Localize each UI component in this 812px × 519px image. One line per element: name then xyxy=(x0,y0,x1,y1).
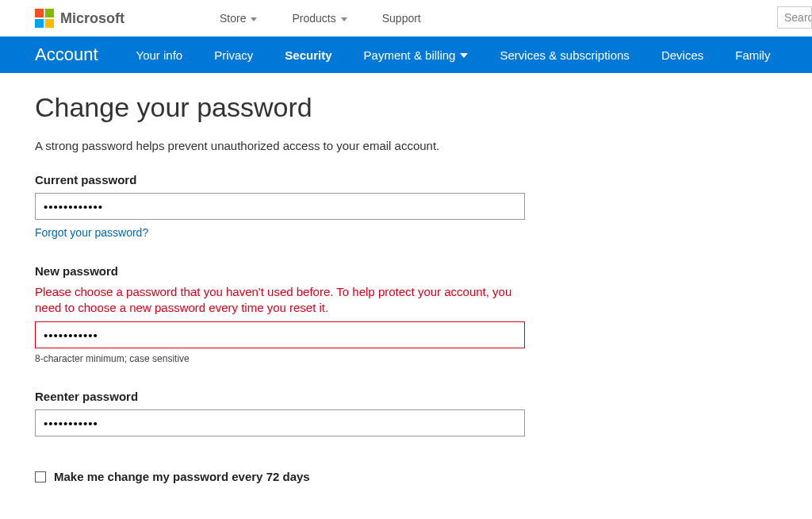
top-nav-products[interactable]: Products xyxy=(292,12,347,25)
microsoft-logo-text: Microsoft xyxy=(60,10,124,27)
nav-family[interactable]: Family xyxy=(735,48,770,62)
top-nav-store[interactable]: Store xyxy=(220,12,257,25)
new-password-group: New password Please choose a password th… xyxy=(35,264,568,364)
account-brand[interactable]: Account xyxy=(35,44,98,65)
main-content: Change your password A strong password h… xyxy=(0,73,603,519)
reenter-password-group: Reenter password xyxy=(35,390,568,436)
top-header: Microsoft Store Products Support Search xyxy=(0,0,812,37)
search-input[interactable]: Search xyxy=(777,6,812,29)
current-password-input[interactable] xyxy=(35,193,525,220)
svg-rect-0 xyxy=(35,9,44,17)
forgot-password-link[interactable]: Forgot your password? xyxy=(35,226,148,239)
current-password-group: Current password Forgot your password? xyxy=(35,173,568,239)
svg-rect-1 xyxy=(45,9,54,17)
new-password-error: Please choose a password that you haven'… xyxy=(35,284,525,315)
account-nav-bar: Account Your info Privacy Security Payme… xyxy=(0,37,812,73)
page-subtitle: A strong password helps prevent unauthor… xyxy=(35,139,568,152)
top-nav-support[interactable]: Support xyxy=(382,12,421,25)
nav-privacy[interactable]: Privacy xyxy=(214,48,253,62)
reenter-password-input[interactable] xyxy=(35,409,525,436)
change-every-72-label: Make me change my password every 72 days xyxy=(54,470,310,483)
nav-devices[interactable]: Devices xyxy=(661,48,703,62)
svg-rect-2 xyxy=(35,19,44,28)
svg-rect-3 xyxy=(45,19,54,28)
change-every-72-checkbox[interactable] xyxy=(35,471,46,482)
microsoft-logo-icon xyxy=(35,9,54,28)
top-nav: Store Products Support xyxy=(220,12,421,25)
change-every-72-checkbox-row: Make me change my password every 72 days xyxy=(35,470,568,483)
reenter-password-label: Reenter password xyxy=(35,390,568,403)
chevron-down-icon xyxy=(251,17,257,21)
microsoft-logo[interactable]: Microsoft xyxy=(35,9,124,28)
chevron-down-icon xyxy=(460,53,468,58)
new-password-input[interactable] xyxy=(35,321,525,348)
chevron-down-icon xyxy=(341,17,347,21)
nav-services-subscriptions[interactable]: Services & subscriptions xyxy=(500,48,629,62)
new-password-label: New password xyxy=(35,264,568,278)
page-title: Change your password xyxy=(35,92,568,123)
nav-payment-billing[interactable]: Payment & billing xyxy=(364,48,469,62)
nav-your-info[interactable]: Your info xyxy=(136,48,183,62)
nav-security[interactable]: Security xyxy=(285,48,331,62)
new-password-hint: 8-character minimum; case sensitive xyxy=(35,353,568,364)
current-password-label: Current password xyxy=(35,173,568,186)
